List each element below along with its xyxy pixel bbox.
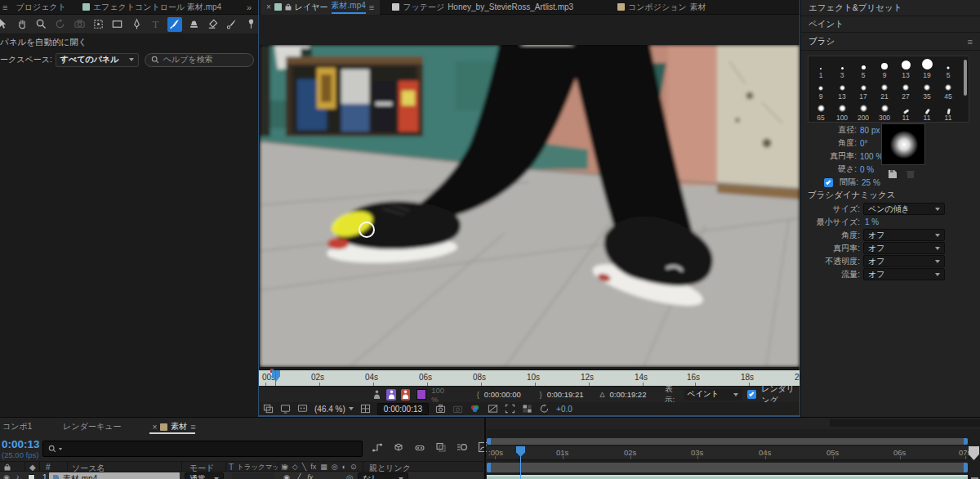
dynamics-minsize-value[interactable]: 1 % xyxy=(865,217,879,226)
brush-preset[interactable]: 27 xyxy=(895,79,916,101)
trkmat-cell[interactable] xyxy=(232,472,274,479)
brushes-header[interactable]: ブラシ ≡ xyxy=(801,33,980,51)
exposure-value[interactable]: +0.0 xyxy=(556,405,572,414)
effects-presets-header[interactable]: エフェクト&プリセット xyxy=(801,0,980,16)
angle-value[interactable]: 0° xyxy=(860,139,868,148)
brush-preset[interactable]: 300 xyxy=(874,101,895,122)
pickwhip-icon[interactable]: ◎ xyxy=(346,473,354,479)
current-time-display[interactable]: 0:00:13 xyxy=(2,438,40,450)
lock-column-icon[interactable] xyxy=(4,463,11,471)
tab-render-queue[interactable]: レンダーキュー xyxy=(57,419,127,434)
brush-preset[interactable]: 11 xyxy=(895,101,916,122)
brush-preset[interactable]: 5 xyxy=(938,58,959,79)
workspace-dropdown[interactable]: すべてのパネル xyxy=(56,53,139,67)
dynamics-roundness-dropdown[interactable]: オフ xyxy=(863,242,945,254)
magnification-dropdown[interactable]: (46.4 %) xyxy=(314,405,354,414)
out-point-value[interactable]: 0:00:19:21 xyxy=(547,390,584,399)
view-toggle-purple-icon[interactable] xyxy=(386,389,395,401)
delete-brush-icon[interactable] xyxy=(906,169,915,179)
diameter-value[interactable]: 80 px xyxy=(860,126,880,135)
duration-value[interactable]: 0:00:19:22 xyxy=(610,390,647,399)
adjustment-switch-icon[interactable]: ◐ xyxy=(342,463,346,471)
transparency-grid-icon[interactable] xyxy=(522,404,532,414)
layer-name-cell[interactable]: 素材.mp4 xyxy=(49,472,180,479)
rotation-tool[interactable] xyxy=(53,17,67,32)
hardness-value[interactable]: 0 % xyxy=(860,165,874,174)
tab-project[interactable]: プロジェクト xyxy=(10,0,71,15)
layer-duration-bar[interactable] xyxy=(487,475,968,479)
close-icon[interactable]: × xyxy=(266,2,271,11)
puppet-pin-tool[interactable] xyxy=(244,17,258,32)
brush-preset[interactable]: 5 xyxy=(853,58,874,79)
auto-open-panels-option[interactable]: パネルを自動的に開く xyxy=(0,37,87,48)
tab-sozai[interactable]: × 素材 ≡ xyxy=(146,419,201,434)
camera-tool[interactable] xyxy=(72,17,86,32)
index-column[interactable]: # xyxy=(46,463,51,472)
tab-comp1[interactable]: コンポ1 xyxy=(0,419,38,434)
tab-footage-viewer[interactable]: フッテージ Honey_by_StevieRoss_Artlist.mp3 xyxy=(386,0,579,15)
display-icon[interactable] xyxy=(280,404,291,414)
show-snapshot-icon[interactable] xyxy=(452,404,463,414)
work-area-bar[interactable] xyxy=(487,438,968,445)
spacing-value[interactable]: 25 % xyxy=(862,178,880,187)
navigator-start-handle[interactable] xyxy=(487,463,491,472)
frame-blend-icon[interactable] xyxy=(435,441,447,453)
motion-blur-switch-icon[interactable]: ◎ xyxy=(332,463,338,471)
brush-preset[interactable]: 21 xyxy=(874,79,895,101)
frame-blend-switch-icon[interactable]: ▦ xyxy=(320,463,327,471)
spacing-checkbox[interactable] xyxy=(824,178,833,187)
tab-effect-controls[interactable]: エフェクトコントロール 素材.mp4 xyxy=(77,0,227,15)
resolution-icon[interactable] xyxy=(488,404,498,414)
close-icon[interactable]: × xyxy=(152,423,157,432)
grid-guides-icon[interactable] xyxy=(360,404,371,414)
panel-menu-icon[interactable]: ≡ xyxy=(190,422,195,432)
eye-icon[interactable]: ◉ xyxy=(3,473,10,479)
brush-preset[interactable]: 100 xyxy=(831,101,853,122)
view-toggle-red-icon[interactable] xyxy=(401,389,410,401)
zoom-tool[interactable] xyxy=(34,17,48,32)
brush-preset[interactable]: 13 xyxy=(831,79,853,101)
blend-mode-dropdown[interactable]: 通常 xyxy=(185,472,224,479)
brush-preset[interactable]: 3 xyxy=(831,58,853,79)
view-toggle-icon[interactable] xyxy=(372,389,381,401)
brush-preset[interactable]: 17 xyxy=(853,79,874,101)
quality-slash-toggle[interactable]: ╲ xyxy=(296,473,301,479)
color-swatch[interactable] xyxy=(416,389,426,400)
brush-preset[interactable]: 200 xyxy=(853,101,874,122)
reset-exposure-icon[interactable] xyxy=(539,404,550,414)
brush-preset[interactable]: 65 xyxy=(810,101,831,122)
brush-preset[interactable]: 13 xyxy=(895,58,916,79)
fx-switch-icon[interactable]: fx xyxy=(310,463,316,471)
timeline-search-field[interactable] xyxy=(42,441,363,457)
navigator-end-handle[interactable] xyxy=(964,463,968,472)
trkmat-t-column[interactable]: T xyxy=(229,463,234,472)
composition-flowchart-icon[interactable] xyxy=(372,441,383,453)
preview-timecode[interactable]: 0:00:00:13 xyxy=(377,403,429,415)
hand-tool[interactable] xyxy=(15,17,29,32)
help-search-field[interactable]: ヘルプを検索 xyxy=(145,53,254,67)
type-tool[interactable]: T xyxy=(149,17,163,32)
roto-brush-tool[interactable] xyxy=(225,17,238,32)
layer-row[interactable]: ◉ › 1 素材.mp4 通常 ◉ ╲ fx ◎ なし xyxy=(0,472,483,479)
comp-marker-bin[interactable] xyxy=(969,446,979,460)
threed-switch-icon[interactable]: ⊙ xyxy=(350,463,357,471)
work-area-end-handle[interactable] xyxy=(964,438,968,445)
fx-toggle[interactable]: fx xyxy=(307,473,313,479)
dynamics-angle-dropdown[interactable]: オフ xyxy=(863,229,945,241)
shared-view-icon[interactable] xyxy=(297,404,308,414)
panel-menu-icon[interactable]: ≡ xyxy=(369,2,374,12)
dynamics-opacity-dropdown[interactable]: オフ xyxy=(863,255,945,267)
expand-icon[interactable]: › xyxy=(16,472,19,479)
rectangle-tool[interactable] xyxy=(110,17,124,32)
brush-preset[interactable]: 19 xyxy=(916,58,938,79)
rendering-checkbox[interactable] xyxy=(747,390,756,399)
scrollbar[interactable] xyxy=(964,60,967,96)
brush-preset[interactable]: 9 xyxy=(874,58,895,79)
timeline-ruler[interactable]: :00s 01s 02s 03s 04s 05s 06s 07s xyxy=(487,446,968,460)
brush-preset[interactable]: 11 xyxy=(938,101,959,122)
selection-tool[interactable] xyxy=(0,17,10,32)
eraser-tool[interactable] xyxy=(206,17,220,32)
solo-switch-icon[interactable]: ◇ xyxy=(292,463,298,471)
brush-dynamics-title[interactable]: ブラシダイナミックス xyxy=(808,190,895,201)
panel-menu-icon[interactable]: ≡ xyxy=(2,2,7,12)
